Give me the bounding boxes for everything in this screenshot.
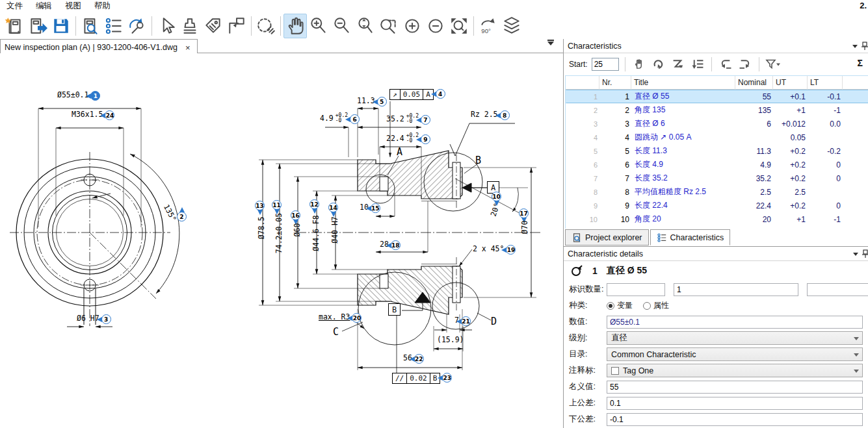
menu-file[interactable]: 文件 bbox=[0, 0, 29, 12]
balloon-1[interactable]: 1 bbox=[90, 91, 100, 101]
panel-pin-icon[interactable] bbox=[861, 42, 868, 51]
decrease-button[interactable] bbox=[424, 14, 447, 38]
table-row[interactable]: 1010角度 2020+1-1 bbox=[566, 212, 868, 226]
table-row[interactable]: 99长度 22.422.4+0.20 bbox=[566, 199, 868, 212]
balloon-21[interactable]: 21 bbox=[461, 316, 471, 326]
drawing-viewport[interactable]: Ø55±0.11M36x1.524135°2Ø6 H73↗0.05A411.35… bbox=[0, 53, 563, 428]
balloon-23[interactable]: 23 bbox=[442, 373, 452, 383]
tab-close-icon[interactable]: × bbox=[184, 43, 192, 53]
table-row[interactable]: 22角度 135135+1-1 bbox=[566, 103, 868, 117]
balloon-19[interactable]: 19 bbox=[506, 245, 516, 255]
tag-checkbox[interactable] bbox=[611, 367, 619, 375]
balloon-9[interactable]: 9 bbox=[421, 134, 430, 144]
tag-select[interactable]: Tag One bbox=[607, 364, 863, 377]
pick-hand-icon[interactable] bbox=[631, 57, 647, 72]
balloon-20[interactable]: 20 bbox=[352, 313, 362, 323]
tag-button[interactable] bbox=[202, 14, 225, 38]
balloon-5[interactable]: 5 bbox=[377, 97, 387, 107]
table-row[interactable]: 66长度 4.94.9+0.20 bbox=[566, 158, 868, 171]
layers-button[interactable] bbox=[500, 14, 523, 38]
panel-menu-caret-icon[interactable] bbox=[852, 45, 858, 48]
increase-button[interactable] bbox=[401, 14, 424, 38]
column-header-nominal[interactable]: Nominal bbox=[735, 76, 773, 90]
menu-view[interactable]: 视图 bbox=[59, 0, 88, 12]
filter-icon[interactable] bbox=[765, 57, 781, 72]
value-input[interactable] bbox=[607, 316, 863, 329]
kind-radio-variable[interactable] bbox=[607, 302, 614, 310]
balloon-24[interactable]: 24 bbox=[105, 110, 114, 120]
level-select[interactable]: 直径 bbox=[607, 331, 863, 345]
balloon-3[interactable]: 3 bbox=[101, 314, 111, 324]
table-header[interactable]: Nr. Title Nominal UT LT bbox=[566, 76, 868, 90]
balloon-dimension-button[interactable] bbox=[225, 14, 248, 38]
cell-nom: 22.4 bbox=[736, 201, 774, 210]
balloon-7[interactable]: 7 bbox=[421, 115, 430, 125]
new-plan-button[interactable] bbox=[3, 14, 26, 38]
zoom-dynamic-button[interactable] bbox=[354, 14, 377, 38]
balloon-12[interactable]: 12 bbox=[309, 199, 319, 209]
balloon-4[interactable]: 4 bbox=[436, 89, 445, 99]
column-header-nr[interactable]: Nr. bbox=[599, 76, 631, 90]
id-count-input-1[interactable] bbox=[607, 283, 665, 296]
id-count-input-2[interactable] bbox=[674, 283, 798, 296]
id-count-input-3[interactable] bbox=[807, 283, 868, 296]
tab-project-explorer[interactable]: Project explorer bbox=[565, 229, 649, 245]
column-header-title[interactable]: Title bbox=[631, 76, 735, 90]
characteristics-list-button[interactable] bbox=[102, 14, 125, 38]
table-row[interactable]: 33直径 Ø 66+0.0120.0 bbox=[566, 117, 868, 131]
update-settings-button[interactable] bbox=[125, 14, 149, 38]
balloon-8[interactable]: 8 bbox=[500, 110, 510, 120]
catalog-select[interactable]: Common Characteristic bbox=[607, 347, 863, 361]
menu-edit[interactable]: 编辑 bbox=[29, 0, 59, 12]
panel-pin-icon[interactable] bbox=[861, 249, 868, 258]
panel-menu-caret-icon[interactable] bbox=[853, 253, 858, 256]
zoom-window-button[interactable] bbox=[377, 14, 401, 38]
document-tab[interactable]: New inspection plan (A) | 930-1200-406-V… bbox=[0, 39, 198, 53]
open-plan-button[interactable] bbox=[26, 14, 49, 38]
table-row[interactable]: 11直径 Ø 5555+0.1-0.1 bbox=[566, 90, 868, 103]
column-header-index[interactable] bbox=[566, 76, 599, 90]
move-after-icon[interactable] bbox=[737, 57, 753, 72]
cell-title: 平均值粗糙度 Rz 2.5 bbox=[632, 186, 736, 197]
balloon-15[interactable]: 15 bbox=[371, 203, 380, 213]
upper-tolerance-input[interactable] bbox=[607, 397, 863, 410]
tab-characteristics[interactable]: Characteristics bbox=[650, 229, 731, 245]
balloon-10[interactable]: 10 bbox=[492, 192, 501, 201]
balloon-18[interactable]: 18 bbox=[391, 240, 401, 250]
balloon-13[interactable]: 13 bbox=[255, 201, 265, 210]
start-input[interactable] bbox=[592, 58, 619, 71]
save-button[interactable] bbox=[49, 14, 73, 38]
pan-hand-button[interactable] bbox=[283, 14, 307, 38]
nominal-input[interactable] bbox=[607, 381, 863, 394]
balloon-2[interactable]: 2 bbox=[177, 212, 187, 221]
balloon-11[interactable]: 11 bbox=[272, 200, 282, 210]
balloon-6[interactable]: 6 bbox=[350, 114, 360, 124]
sum-symbol[interactable]: Σ bbox=[858, 58, 863, 68]
table-row[interactable]: 77长度 35.235.2+0.20 bbox=[566, 171, 868, 185]
move-before-icon[interactable] bbox=[718, 57, 733, 72]
table-row[interactable]: 44圆跳动 ↗ 0.05 A0.05 bbox=[566, 131, 868, 144]
tab-overflow-icon[interactable] bbox=[547, 42, 554, 45]
balloon-17[interactable]: 17 bbox=[519, 208, 529, 218]
zigzag-order-icon[interactable] bbox=[670, 57, 686, 72]
column-header-lt[interactable]: LT bbox=[808, 76, 843, 90]
project-search-button[interactable] bbox=[79, 14, 102, 38]
rotate-90-button[interactable]: 90° bbox=[477, 14, 500, 38]
kind-radio-attribute[interactable] bbox=[643, 302, 651, 310]
zoom-in-button[interactable] bbox=[307, 14, 330, 38]
balloon-14[interactable]: 14 bbox=[328, 203, 338, 212]
zoom-fit-button[interactable] bbox=[447, 14, 471, 38]
column-header-ut[interactable]: UT bbox=[773, 76, 808, 90]
select-cursor-button[interactable] bbox=[155, 14, 178, 38]
menu-help[interactable]: 帮助 bbox=[88, 0, 117, 12]
table-row[interactable]: 88平均值粗糙度 Rz 2.52.52.5 bbox=[566, 185, 868, 199]
sort-list-icon[interactable] bbox=[690, 57, 705, 72]
table-row[interactable]: 55长度 11.311.3+0.2-0.2 bbox=[566, 144, 868, 158]
lower-tolerance-input[interactable] bbox=[607, 413, 863, 426]
zoom-out-button[interactable] bbox=[330, 14, 354, 38]
balloon-22[interactable]: 22 bbox=[414, 354, 424, 364]
hatch-region-button[interactable] bbox=[254, 14, 278, 38]
renumber-icon[interactable] bbox=[651, 57, 666, 72]
balloon-16[interactable]: 16 bbox=[291, 210, 300, 220]
stamp-button[interactable] bbox=[178, 14, 202, 38]
